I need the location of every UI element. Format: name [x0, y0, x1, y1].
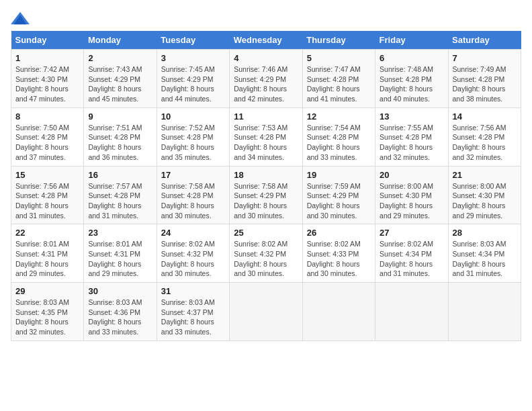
weekday-header-saturday: Saturday [448, 31, 521, 50]
day-detail: Sunrise: 7:58 AMSunset: 4:28 PMDaylight:… [161, 181, 225, 221]
week-row-5: 29Sunrise: 8:03 AMSunset: 4:35 PMDayligh… [11, 283, 521, 341]
calendar-cell: 30Sunrise: 8:03 AMSunset: 4:36 PMDayligh… [84, 283, 157, 341]
day-number: 24 [161, 228, 225, 238]
day-detail: Sunrise: 7:57 AMSunset: 4:28 PMDaylight:… [88, 181, 152, 221]
day-detail: Sunrise: 8:02 AMSunset: 4:34 PMDaylight:… [380, 239, 443, 279]
day-number: 29 [15, 286, 79, 296]
day-detail: Sunrise: 7:56 AMSunset: 4:28 PMDaylight:… [15, 181, 79, 221]
weekday-header-friday: Friday [375, 31, 448, 50]
day-number: 16 [88, 170, 152, 180]
day-number: 20 [380, 170, 443, 180]
day-number: 2 [88, 53, 152, 63]
day-detail: Sunrise: 7:52 AMSunset: 4:28 PMDaylight:… [161, 123, 225, 163]
day-detail: Sunrise: 7:56 AMSunset: 4:28 PMDaylight:… [453, 123, 517, 163]
calendar-cell: 18Sunrise: 7:58 AMSunset: 4:29 PMDayligh… [230, 166, 302, 224]
day-number: 3 [161, 53, 225, 63]
weekday-header-sunday: Sunday [11, 31, 84, 50]
day-detail: Sunrise: 8:00 AMSunset: 4:30 PMDaylight:… [380, 181, 443, 221]
day-number: 26 [307, 228, 371, 238]
day-number: 1 [15, 53, 79, 63]
calendar-cell [230, 283, 302, 341]
day-detail: Sunrise: 7:47 AMSunset: 4:28 PMDaylight:… [307, 64, 371, 104]
day-number: 8 [15, 111, 79, 122]
day-detail: Sunrise: 7:54 AMSunset: 4:28 PMDaylight:… [307, 123, 371, 163]
calendar-cell: 7Sunrise: 7:49 AMSunset: 4:28 PMDaylight… [448, 50, 521, 108]
day-number: 14 [453, 111, 517, 122]
calendar-cell: 4Sunrise: 7:46 AMSunset: 4:29 PMDaylight… [230, 50, 302, 108]
calendar-header: SundayMondayTuesdayWednesdayThursdayFrid… [11, 31, 521, 50]
day-number: 13 [380, 111, 443, 122]
calendar-cell: 8Sunrise: 7:50 AMSunset: 4:28 PMDaylight… [11, 107, 84, 166]
day-number: 25 [234, 228, 298, 238]
day-number: 4 [234, 53, 298, 63]
logo [11, 11, 32, 26]
day-detail: Sunrise: 7:48 AMSunset: 4:28 PMDaylight:… [380, 64, 443, 104]
header-row: SundayMondayTuesdayWednesdayThursdayFrid… [11, 31, 521, 50]
calendar-cell: 5Sunrise: 7:47 AMSunset: 4:28 PMDaylight… [302, 50, 375, 108]
week-row-1: 1Sunrise: 7:42 AMSunset: 4:30 PMDaylight… [11, 50, 521, 108]
calendar-cell: 24Sunrise: 8:02 AMSunset: 4:32 PMDayligh… [157, 224, 229, 283]
day-number: 5 [307, 53, 371, 63]
weekday-header-tuesday: Tuesday [157, 31, 229, 50]
day-number: 9 [88, 111, 152, 122]
calendar-cell [375, 283, 448, 341]
calendar-cell: 17Sunrise: 7:58 AMSunset: 4:28 PMDayligh… [157, 166, 229, 224]
week-row-2: 8Sunrise: 7:50 AMSunset: 4:28 PMDaylight… [11, 107, 521, 166]
week-row-4: 22Sunrise: 8:01 AMSunset: 4:31 PMDayligh… [11, 224, 521, 283]
week-row-3: 15Sunrise: 7:56 AMSunset: 4:28 PMDayligh… [11, 166, 521, 224]
calendar-cell: 3Sunrise: 7:45 AMSunset: 4:29 PMDaylight… [157, 50, 229, 108]
day-detail: Sunrise: 8:03 AMSunset: 4:36 PMDaylight:… [88, 298, 152, 337]
day-number: 7 [453, 53, 517, 63]
day-number: 10 [161, 111, 225, 122]
day-detail: Sunrise: 8:02 AMSunset: 4:33 PMDaylight:… [307, 239, 371, 279]
day-number: 17 [161, 170, 225, 180]
day-detail: Sunrise: 7:59 AMSunset: 4:29 PMDaylight:… [307, 181, 371, 221]
day-detail: Sunrise: 8:03 AMSunset: 4:37 PMDaylight:… [161, 298, 225, 337]
calendar-cell: 25Sunrise: 8:02 AMSunset: 4:32 PMDayligh… [230, 224, 302, 283]
logo-icon [11, 11, 30, 26]
weekday-header-monday: Monday [84, 31, 157, 50]
day-number: 21 [453, 170, 517, 180]
calendar-cell [448, 283, 521, 341]
calendar-cell: 10Sunrise: 7:52 AMSunset: 4:28 PMDayligh… [157, 107, 229, 166]
day-detail: Sunrise: 7:50 AMSunset: 4:28 PMDaylight:… [15, 123, 79, 163]
calendar-cell: 6Sunrise: 7:48 AMSunset: 4:28 PMDaylight… [375, 50, 448, 108]
day-number: 12 [307, 111, 371, 122]
calendar-cell: 21Sunrise: 8:00 AMSunset: 4:30 PMDayligh… [448, 166, 521, 224]
calendar-table: SundayMondayTuesdayWednesdayThursdayFrid… [11, 31, 521, 341]
calendar-cell: 27Sunrise: 8:02 AMSunset: 4:34 PMDayligh… [375, 224, 448, 283]
day-detail: Sunrise: 8:01 AMSunset: 4:31 PMDaylight:… [15, 239, 79, 279]
day-number: 18 [234, 170, 298, 180]
weekday-header-thursday: Thursday [302, 31, 375, 50]
calendar-body: 1Sunrise: 7:42 AMSunset: 4:30 PMDaylight… [11, 50, 521, 341]
calendar-cell: 16Sunrise: 7:57 AMSunset: 4:28 PMDayligh… [84, 166, 157, 224]
day-detail: Sunrise: 8:01 AMSunset: 4:31 PMDaylight:… [88, 239, 152, 279]
day-detail: Sunrise: 7:51 AMSunset: 4:28 PMDaylight:… [88, 123, 152, 163]
calendar-cell: 2Sunrise: 7:43 AMSunset: 4:29 PMDaylight… [84, 50, 157, 108]
header [11, 11, 521, 26]
calendar-cell: 26Sunrise: 8:02 AMSunset: 4:33 PMDayligh… [302, 224, 375, 283]
calendar-cell: 14Sunrise: 7:56 AMSunset: 4:28 PMDayligh… [448, 107, 521, 166]
day-detail: Sunrise: 8:02 AMSunset: 4:32 PMDaylight:… [161, 239, 225, 279]
day-number: 15 [15, 170, 79, 180]
day-detail: Sunrise: 7:55 AMSunset: 4:28 PMDaylight:… [380, 123, 443, 163]
calendar-cell: 28Sunrise: 8:03 AMSunset: 4:34 PMDayligh… [448, 224, 521, 283]
calendar-cell: 22Sunrise: 8:01 AMSunset: 4:31 PMDayligh… [11, 224, 84, 283]
calendar-cell: 1Sunrise: 7:42 AMSunset: 4:30 PMDaylight… [11, 50, 84, 108]
day-number: 30 [88, 286, 152, 296]
day-number: 22 [15, 228, 79, 238]
day-detail: Sunrise: 7:46 AMSunset: 4:29 PMDaylight:… [234, 64, 298, 104]
day-detail: Sunrise: 8:00 AMSunset: 4:30 PMDaylight:… [453, 181, 517, 221]
calendar-cell: 19Sunrise: 7:59 AMSunset: 4:29 PMDayligh… [302, 166, 375, 224]
day-detail: Sunrise: 7:53 AMSunset: 4:28 PMDaylight:… [234, 123, 298, 163]
day-detail: Sunrise: 7:49 AMSunset: 4:28 PMDaylight:… [453, 64, 517, 104]
calendar-cell: 9Sunrise: 7:51 AMSunset: 4:28 PMDaylight… [84, 107, 157, 166]
weekday-header-wednesday: Wednesday [230, 31, 302, 50]
day-detail: Sunrise: 7:45 AMSunset: 4:29 PMDaylight:… [161, 64, 225, 104]
calendar-cell [302, 283, 375, 341]
day-detail: Sunrise: 7:58 AMSunset: 4:29 PMDaylight:… [234, 181, 298, 221]
day-number: 28 [453, 228, 517, 238]
day-number: 11 [234, 111, 298, 122]
calendar-cell: 23Sunrise: 8:01 AMSunset: 4:31 PMDayligh… [84, 224, 157, 283]
day-number: 19 [307, 170, 371, 180]
